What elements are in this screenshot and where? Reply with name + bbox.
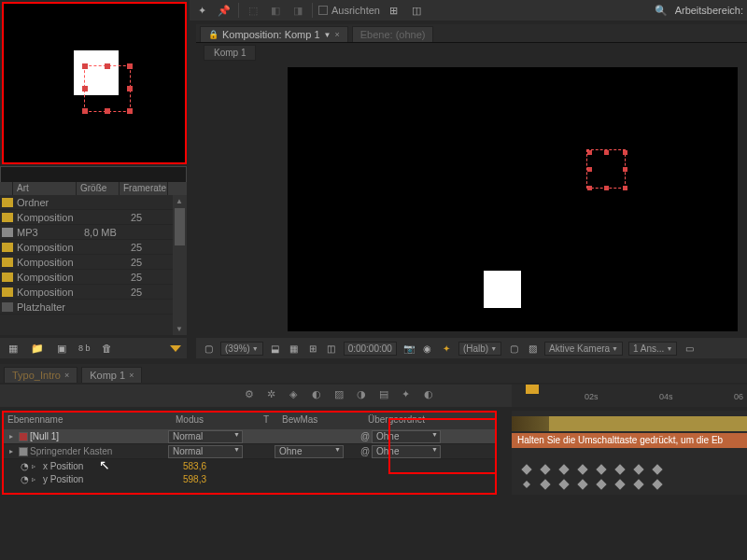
parent-dropdown[interactable]: Ohne [372, 445, 441, 458]
timeline-tracks[interactable]: Halten Sie die Umschalttaste gedrückt, u… [512, 411, 747, 495]
pin-tool-icon[interactable]: 📌 [216, 2, 233, 19]
views-dropdown[interactable]: 1 Ans... ▼ [628, 342, 677, 356]
keyframe[interactable] [633, 464, 643, 474]
scroll-down-icon[interactable]: ▼ [176, 325, 183, 333]
layer-bar-null1[interactable] [512, 416, 747, 431]
layer-row-null1[interactable]: ▸ [Null 1] Normal @ Ohne [4, 429, 495, 444]
keyframe[interactable] [558, 479, 569, 489]
close-icon[interactable]: × [334, 30, 339, 39]
motion-blur-icon[interactable]: ◑ [357, 388, 372, 403]
cube-icon[interactable]: ◈ [289, 388, 304, 403]
blend-mode-dropdown[interactable]: Normal [168, 445, 243, 458]
graph-editor-icon[interactable]: ▤ [379, 388, 394, 403]
color-mgmt-icon[interactable]: ✦ [440, 342, 453, 355]
interpret-footage-icon[interactable]: ▦ [6, 341, 21, 356]
snapshot-icon[interactable]: 📷 [402, 342, 416, 355]
project-row[interactable]: Ordner [0, 195, 173, 210]
blend-mode-dropdown[interactable]: Normal [168, 430, 243, 443]
layer-color-swatch[interactable] [19, 432, 28, 441]
keyframe[interactable] [523, 481, 530, 488]
timeline-tab-komp1[interactable]: Komp 1× [81, 367, 142, 383]
timecode-display[interactable]: 0:00:00:00 [344, 342, 397, 356]
scroll-up-icon[interactable]: ▲ [176, 197, 183, 205]
project-row[interactable]: Komposition25 [0, 285, 173, 300]
current-time-indicator[interactable] [526, 385, 539, 394]
active-camera-dropdown[interactable]: Aktive Kamera ▼ [544, 342, 623, 356]
tool-icon[interactable]: ◧ [267, 2, 284, 19]
parent-dropdown[interactable]: Ohne [372, 430, 441, 443]
project-row[interactable]: MP38,0 MB [0, 225, 173, 240]
frame-blend-icon[interactable]: ▨ [334, 388, 349, 403]
grid-icon[interactable]: ▦ [288, 342, 301, 355]
project-row[interactable]: Komposition25 [0, 255, 173, 270]
layer-name[interactable]: Springender Kasten [28, 446, 168, 456]
search-icon[interactable]: 🔍 [655, 5, 668, 17]
trackmatte-dropdown[interactable]: Ohne [275, 445, 344, 458]
col-t[interactable]: T [260, 413, 278, 429]
project-row[interactable]: Komposition25 [0, 210, 173, 225]
new-folder-icon[interactable]: 📁 [30, 341, 45, 356]
tab-layer[interactable]: Ebene: (ohne) [352, 26, 434, 42]
color-depth-button[interactable]: 8 b [78, 341, 91, 356]
col-mode[interactable]: Modus [172, 413, 260, 429]
mask-icon[interactable]: ◫ [325, 342, 338, 355]
brainstorm-icon[interactable]: ✦ [402, 388, 416, 403]
property-row-y-position[interactable]: ◔ ▹ y Position 598,3 [4, 472, 495, 485]
dropdown-icon[interactable]: ▼ [324, 31, 331, 39]
snap-edge-icon[interactable]: ◫ [408, 2, 425, 19]
property-value[interactable]: 583,6 [183, 461, 206, 471]
property-value[interactable]: 598,3 [183, 474, 206, 484]
viewer-selection-box[interactable] [586, 149, 626, 189]
keyframe[interactable] [540, 479, 550, 489]
expand-icon[interactable]: ▹ [32, 462, 43, 470]
layer-color-swatch[interactable] [19, 447, 28, 456]
puppet-tool-icon[interactable]: ✦ [193, 2, 210, 19]
col-fps[interactable]: Framerate [120, 182, 168, 195]
keyframe[interactable] [540, 464, 550, 474]
keyframe[interactable] [652, 464, 662, 474]
keyframe[interactable] [558, 464, 569, 474]
res-half-icon[interactable]: ⬓ [269, 342, 282, 355]
tool-icon[interactable]: ⬚ [245, 2, 261, 19]
adjustment-icon[interactable]: ◐ [424, 388, 439, 403]
keyframe[interactable] [614, 479, 625, 489]
keyframe[interactable] [633, 479, 643, 489]
zoom-dropdown[interactable]: (39%) ▼ [220, 342, 263, 356]
project-scrollbar[interactable]: ▲ ▼ [173, 195, 187, 335]
tab-composition[interactable]: 🔒 Komposition: Komp 1 ▼ × [200, 26, 348, 42]
keyframe[interactable] [652, 479, 662, 489]
alpha-toggle-icon[interactable]: ▢ [202, 342, 215, 355]
keyframe[interactable] [596, 479, 606, 489]
show-channel-icon[interactable]: ◉ [421, 342, 434, 355]
project-panel[interactable]: OrdnerKomposition25MP38,0 MBKomposition2… [0, 195, 173, 335]
snap-icon[interactable]: ⊞ [386, 2, 402, 19]
composition-viewer[interactable] [288, 67, 738, 331]
tool-icon[interactable]: ◨ [289, 2, 306, 19]
pickwhip-icon[interactable]: @ [360, 431, 370, 441]
stopwatch-icon[interactable]: ◔ [21, 474, 32, 484]
comp-mini-flowchart-icon[interactable]: ⚙ [245, 388, 260, 403]
layer-name[interactable]: [Null 1] [28, 431, 168, 441]
project-row[interactable]: Platzhalter [0, 300, 173, 315]
stopwatch-icon[interactable]: ◔ [21, 461, 32, 471]
close-icon[interactable]: × [129, 371, 134, 380]
shy-icon[interactable]: ◐ [312, 388, 327, 403]
col-size[interactable]: Größe [77, 182, 120, 195]
timeline-tab-typo-intro[interactable]: Typo_Intro× [4, 367, 78, 383]
project-row[interactable]: Komposition25 [0, 240, 173, 255]
keyframe[interactable] [577, 464, 587, 474]
timeline-ruler[interactable]: 02s 04s 06 [512, 385, 747, 407]
align-checkbox[interactable]: Ausrichten [318, 5, 380, 16]
resolution-dropdown[interactable]: (Halb) ▼ [458, 342, 501, 356]
keyframe[interactable] [577, 479, 587, 489]
twirl-icon[interactable]: ▸ [9, 447, 13, 455]
project-row[interactable]: Komposition25 [0, 270, 173, 285]
twirl-icon[interactable]: ▸ [9, 432, 13, 441]
subtab-comp[interactable]: Komp 1 [204, 45, 256, 61]
expand-icon[interactable]: ▹ [32, 475, 43, 483]
col-bewmas[interactable]: BewMas [278, 413, 364, 429]
roi-icon[interactable]: ▢ [507, 342, 520, 355]
col-type[interactable]: Art [13, 182, 77, 195]
col-layername[interactable]: Ebenenname [4, 413, 172, 429]
new-comp-icon[interactable]: ▣ [54, 341, 69, 356]
